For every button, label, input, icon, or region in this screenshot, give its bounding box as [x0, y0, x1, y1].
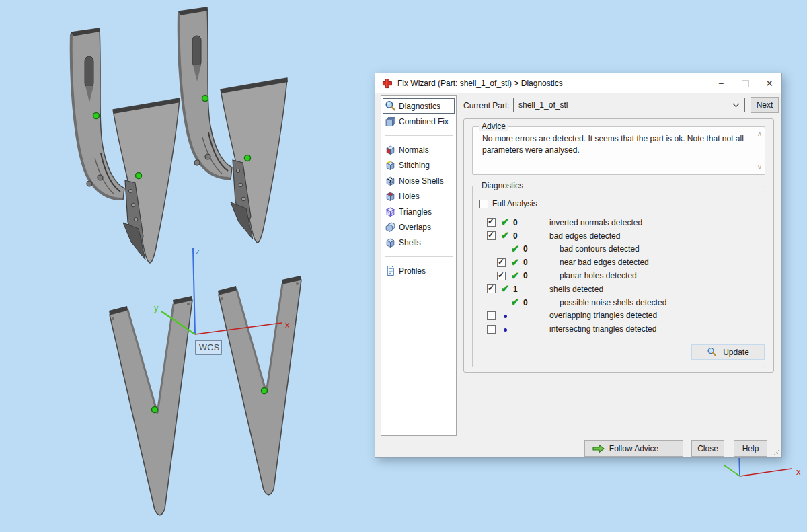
diagnostic-label: possible noise shells detected — [560, 298, 666, 307]
diagnostic-row: 0inverted normals detected — [473, 216, 765, 229]
diagnostic-count: 0 — [522, 271, 550, 280]
sidebar-groups: DiagnosticsCombined Fix Normals Stitchin… — [383, 98, 455, 278]
diagnostic-row: 0bad edges detected — [473, 229, 765, 243]
sidebar-item-label: Profiles — [399, 266, 426, 276]
cube-wireframe-icon — [385, 206, 396, 217]
diagnostic-rows: 0inverted normals detected0bad edges det… — [473, 216, 765, 336]
fix-wizard-dialog: Fix Wizard (Part: shell_1_of_stl) > Diag… — [375, 73, 782, 458]
sidebar-item-label: Overlaps — [399, 223, 431, 232]
sidebar-item-holes[interactable]: Holes — [383, 188, 455, 204]
diagnostic-label: bad contours detected — [560, 244, 640, 254]
full-analysis-checkbox[interactable] — [479, 200, 488, 208]
sidebar-item-diagnostics[interactable]: Diagnostics — [383, 98, 455, 114]
diagnostic-row: 1shells detected — [473, 282, 765, 296]
advice-groupbox: Advice No more errors are detected. It s… — [472, 126, 765, 175]
part-triangle-plate-1[interactable] — [113, 98, 180, 263]
shell-marker — [152, 407, 158, 413]
diagnostic-row: 0near bad edges detected — [473, 256, 765, 269]
update-button[interactable]: Update — [691, 344, 765, 360]
shell-marker — [245, 155, 251, 161]
sidebar-item-label: Diagnostics — [399, 102, 440, 111]
diagnostic-checkbox[interactable] — [497, 258, 506, 267]
z-axis-label: z — [196, 247, 200, 256]
diagnostics-groupbox: Diagnostics Full Analysis 0inverted norm… — [472, 186, 765, 367]
y-axis-label: y — [154, 303, 159, 313]
green-check-icon — [498, 217, 512, 227]
sidebar-item-label: Normals — [399, 145, 429, 155]
cube-yellow-edge-icon — [385, 159, 396, 171]
content-panel: Advice No more errors are detected. It s… — [463, 118, 774, 373]
maximize-button[interactable] — [733, 73, 757, 93]
diagnostic-label: bad edges detected — [549, 231, 620, 241]
green-check-icon — [508, 244, 522, 254]
corner-y-axis-line — [724, 465, 740, 476]
green-check-icon — [508, 258, 522, 268]
sidebar-item-shells[interactable]: Shells — [383, 235, 455, 250]
stack-icon — [385, 116, 396, 127]
diagnostic-row: 0possible noise shells detected — [473, 296, 765, 309]
full-analysis-option: Full Analysis — [479, 199, 537, 208]
diagnostic-count: 1 — [512, 284, 540, 294]
cube-red-top-icon — [385, 190, 396, 202]
corner-x-axis-label: x — [796, 467, 801, 477]
diagnostic-row: intersecting triangles detected — [473, 322, 765, 336]
scroll-down-icon[interactable] — [757, 164, 762, 171]
sidebar-item-normals[interactable]: Normals — [383, 142, 455, 157]
sidebar-item-overlaps[interactable]: Overlaps — [383, 219, 455, 235]
current-part-dropdown[interactable]: shell_1_of_stl — [513, 98, 745, 112]
sidebar-item-label: Triangles — [399, 207, 432, 217]
diagnostic-count: 0 — [522, 258, 550, 267]
diagnostic-count: 0 — [512, 218, 540, 227]
z-axis-line — [193, 248, 195, 334]
diagnostic-label: shells detected — [549, 284, 603, 294]
cube-plain-icon — [385, 237, 396, 248]
diagnostic-checkbox[interactable] — [487, 325, 496, 334]
diagnostic-label: planar holes detected — [560, 271, 637, 280]
diagnostic-row: 0bad contours detected — [473, 243, 765, 256]
diagnostic-checkbox[interactable] — [487, 231, 496, 240]
part-v-shape-1[interactable] — [109, 296, 192, 515]
diagnostic-count: 0 — [522, 244, 550, 254]
diagnostic-count: 0 — [522, 298, 550, 307]
green-check-icon — [508, 297, 522, 307]
navy-dot — [504, 315, 507, 318]
sidebar-item-profiles[interactable]: Profiles — [383, 263, 455, 278]
sidebar-separator — [385, 256, 453, 257]
next-button[interactable]: Next — [751, 97, 779, 113]
sidebar-item-noise-shells[interactable]: Noise Shells — [383, 173, 455, 188]
sidebar-item-label: Combined Fix — [399, 117, 449, 126]
resize-grip[interactable] — [771, 447, 780, 456]
follow-advice-button[interactable]: Follow Advice — [584, 440, 683, 457]
shell-marker — [93, 113, 100, 119]
close-button[interactable]: Close — [691, 440, 724, 457]
dialog-titlebar[interactable]: Fix Wizard (Part: shell_1_of_stl) > Diag… — [375, 73, 781, 93]
diagnostic-label: inverted normals detected — [549, 218, 642, 227]
fix-wizard-red-cross-icon — [382, 78, 393, 89]
advice-legend: Advice — [479, 122, 508, 131]
sidebar-item-combined-fix[interactable]: Combined Fix — [383, 114, 455, 129]
minimize-button[interactable]: − — [709, 73, 733, 93]
green-check-icon — [508, 271, 522, 281]
diagnostic-checkbox[interactable] — [497, 272, 506, 280]
part-v-shape-2[interactable] — [218, 276, 301, 495]
green-check-icon — [498, 231, 512, 241]
help-button[interactable]: Help — [734, 440, 767, 457]
sidebar-item-label: Holes — [399, 192, 420, 201]
diagnostic-checkbox[interactable] — [487, 218, 496, 227]
diagnostic-label: overlapping triangles detected — [549, 311, 657, 320]
diagnostic-checkbox[interactable] — [487, 311, 496, 320]
sidebar-item-label: Shells — [399, 238, 421, 248]
follow-advice-label: Follow Advice — [609, 444, 658, 453]
diagnostic-checkbox[interactable] — [487, 284, 496, 293]
diagnostics-legend: Diagnostics — [479, 181, 526, 190]
scroll-up-icon[interactable] — [757, 130, 762, 137]
sidebar-item-triangles[interactable]: Triangles — [383, 204, 455, 219]
navy-dot — [504, 328, 507, 332]
advice-text: No more errors are detected. It seems th… — [482, 133, 746, 157]
sidebar-item-label: Stitching — [399, 161, 430, 170]
part-triangle-plate-2[interactable] — [221, 78, 288, 243]
close-window-button[interactable]: ✕ — [757, 73, 781, 93]
shell-marker — [136, 173, 142, 179]
sidebar-item-stitching[interactable]: Stitching — [383, 157, 455, 173]
current-part-label: Current Part: — [463, 101, 510, 110]
